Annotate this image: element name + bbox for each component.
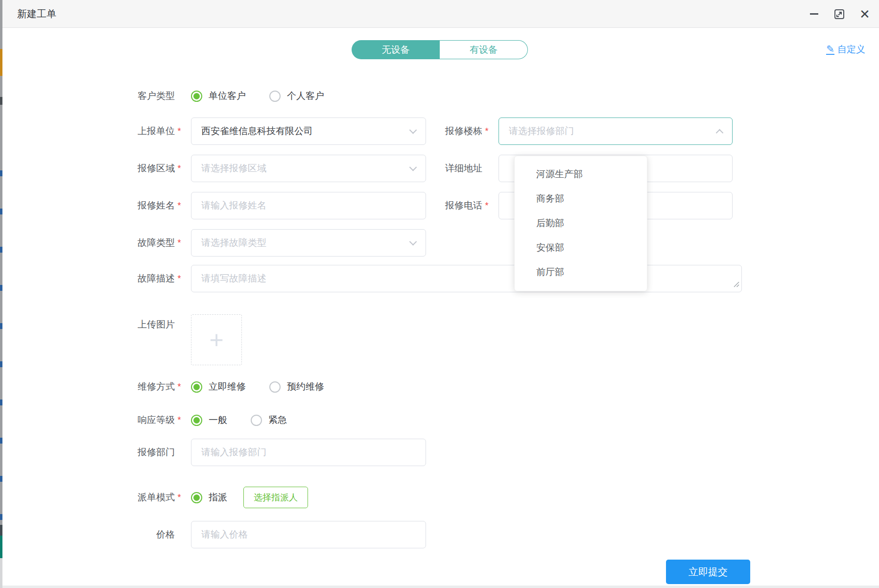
edit-pencil-icon: ✎ — [826, 44, 834, 55]
repair-area-placeholder: 请选择报修区域 — [201, 162, 410, 175]
minimize-button[interactable] — [808, 8, 820, 21]
radio-selected-icon — [191, 91, 202, 102]
row-repair-area: 报修区域* 请选择报修区域 详细地址 — [2, 155, 879, 182]
close-button[interactable]: ✕ — [858, 8, 871, 21]
repair-building-label: 报修楼栋* — [426, 125, 491, 138]
radio-selected-icon — [191, 415, 202, 426]
chevron-down-icon — [409, 163, 417, 171]
dialog-header: 新建工单 ✕ — [2, 0, 879, 28]
dispatch-mode-label: 派单模式* — [2, 491, 184, 504]
background-app-edge — [0, 0, 2, 588]
dropdown-option[interactable]: 商务部 — [515, 187, 647, 211]
repair-area-select[interactable]: 请选择报修区域 — [191, 155, 426, 182]
required-mark: * — [175, 274, 184, 284]
maximize-icon — [834, 9, 845, 20]
row-repair-method: 维修方式* 立即维修 预约维修 — [2, 373, 879, 400]
fault-type-select[interactable]: 请选择故障类型 — [191, 229, 426, 257]
fault-desc-textarea[interactable]: 请填写故障描述 — [191, 265, 742, 292]
radio-immediate-repair[interactable]: 立即维修 — [191, 380, 246, 393]
dropdown-option[interactable]: 安保部 — [515, 235, 647, 260]
minimize-icon — [810, 13, 818, 15]
radio-personal-customer[interactable]: 个人客户 — [269, 90, 324, 102]
report-unit-select[interactable]: 西安雀维信息科技有限公司 — [191, 118, 426, 145]
required-mark: * — [175, 493, 184, 503]
repair-phone-label: 报修电话* — [426, 199, 491, 212]
chevron-down-icon — [409, 126, 417, 134]
radio-unit-customer[interactable]: 单位客户 — [191, 90, 246, 102]
radio-appointment-repair[interactable]: 预约维修 — [269, 380, 324, 393]
tab-has-device[interactable]: 有设备 — [440, 40, 528, 59]
row-upload-image: 上传图片 + — [2, 314, 879, 365]
maximize-button[interactable] — [833, 8, 846, 21]
repair-method-radiogroup: 立即维修 预约维修 — [191, 380, 324, 393]
row-repair-department: 报修部门 — [2, 439, 879, 466]
background-edge-menu-icon — [0, 97, 2, 105]
dispatch-mode-radiogroup: 指派 — [191, 491, 227, 504]
response-level-radiogroup: 一般 紧急 — [191, 414, 287, 426]
row-dispatch-mode: 派单模式* 指派 选择指派人 — [2, 484, 879, 511]
row-response-level: 响应等级* 一般 紧急 — [2, 406, 879, 434]
report-unit-value: 西安雀维信息科技有限公司 — [201, 125, 410, 138]
background-edge-teal — [0, 536, 2, 558]
tab-no-device[interactable]: 无设备 — [352, 40, 440, 59]
repair-method-label: 维修方式* — [2, 380, 184, 393]
device-tabs: 无设备 有设备 — [352, 40, 528, 59]
choose-assignee-button[interactable]: 选择指派人 — [243, 487, 308, 508]
upload-image-label: 上传图片 — [2, 314, 184, 331]
resize-grip-icon[interactable] — [734, 279, 739, 290]
radio-unselected-icon — [269, 91, 281, 102]
radio-unselected-icon — [269, 381, 281, 393]
window-controls: ✕ — [808, 0, 871, 28]
background-edge-light — [0, 558, 2, 588]
row-customer-type: 客户类型 单位客户 个人客户 — [2, 82, 879, 110]
repair-department-input[interactable] — [191, 439, 426, 466]
required-mark: * — [175, 382, 184, 392]
customize-link[interactable]: ✎ 自定义 — [826, 43, 865, 56]
radio-assign[interactable]: 指派 — [191, 491, 227, 504]
required-mark: * — [175, 238, 184, 248]
background-edge-dark — [0, 525, 2, 536]
required-mark: * — [482, 126, 491, 137]
dropdown-option[interactable]: 河源生产部 — [515, 162, 647, 187]
repair-building-select[interactable]: 请选择报修部门 — [499, 118, 733, 145]
radio-urgent[interactable]: 紧急 — [251, 414, 287, 426]
price-label: 价格 — [2, 528, 184, 541]
fault-type-label: 故障类型* — [2, 236, 184, 249]
row-report-unit: 上报单位* 西安雀维信息科技有限公司 报修楼栋* 请选择报修部门 — [2, 118, 879, 145]
row-price: 价格 — [2, 521, 879, 548]
repair-name-label: 报修姓名* — [2, 199, 184, 212]
fault-desc-label: 故障描述* — [2, 272, 184, 285]
required-mark: * — [175, 201, 184, 211]
radio-normal[interactable]: 一般 — [191, 414, 227, 426]
dropdown-option[interactable]: 后勤部 — [515, 211, 647, 235]
report-unit-label: 上报单位* — [2, 125, 184, 138]
background-edge-orange — [0, 49, 2, 76]
plus-icon: + — [209, 328, 223, 352]
radio-selected-icon — [191, 381, 202, 393]
detail-address-label: 详细地址 — [426, 162, 491, 175]
chevron-up-icon — [716, 129, 724, 137]
row-fault-type: 故障类型* 请选择故障类型 — [2, 229, 879, 257]
price-input[interactable] — [191, 521, 426, 548]
new-workorder-dialog: 新建工单 ✕ 无设备 有设备 ✎ 自定义 客户类型 — [0, 0, 879, 588]
close-icon: ✕ — [859, 8, 870, 21]
customer-type-label: 客户类型 — [2, 90, 184, 102]
submit-button[interactable]: 立即提交 — [666, 560, 750, 584]
radio-selected-icon — [191, 492, 202, 503]
customize-label: 自定义 — [837, 43, 865, 56]
dropdown-option[interactable]: 前厅部 — [515, 260, 647, 284]
dialog-title: 新建工单 — [17, 7, 56, 21]
chevron-down-icon — [409, 237, 417, 245]
repair-area-label: 报修区域* — [2, 162, 184, 175]
dialog-body: 无设备 有设备 ✎ 自定义 客户类型 单位客户 个人客户 上 — [2, 28, 879, 588]
radio-unselected-icon — [251, 415, 262, 426]
fault-type-placeholder: 请选择故障类型 — [201, 236, 410, 249]
fault-desc-placeholder: 请填写故障描述 — [201, 273, 266, 283]
repair-name-input[interactable] — [191, 192, 426, 219]
background-edge-sidebar-icons — [0, 170, 2, 520]
row-fault-desc: 故障描述* 请填写故障描述 — [2, 265, 879, 292]
response-level-label: 响应等级* — [2, 414, 184, 426]
repair-department-label: 报修部门 — [2, 446, 184, 459]
upload-image-button[interactable]: + — [191, 314, 242, 365]
window-bottom-edge — [2, 586, 879, 588]
